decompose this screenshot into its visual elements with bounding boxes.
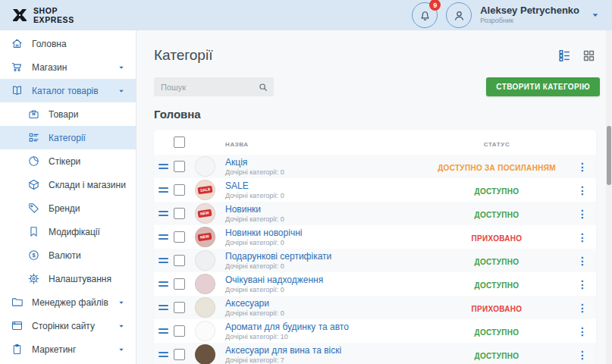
drag-handle-icon[interactable] [158, 352, 168, 357]
sidebar-item-pages[interactable]: Сторінки сайту [0, 314, 136, 337]
chevron-down-icon[interactable] [116, 62, 127, 73]
status-badge: ДОСТУПНО [475, 187, 519, 196]
row-kebab-menu-icon[interactable]: ⋮ [577, 232, 588, 243]
chevron-down-icon[interactable] [116, 86, 127, 96]
row-kebab-menu-icon[interactable]: ⋮ [577, 185, 588, 196]
category-thumbnail: SALE [195, 180, 215, 200]
drag-handle-icon[interactable] [158, 328, 168, 334]
category-name-link[interactable]: Очікувані надходження [225, 275, 419, 286]
category-thumbnail [195, 250, 215, 271]
marketing-icon [11, 343, 24, 356]
list-view-icon[interactable] [557, 49, 572, 63]
row-checkbox[interactable] [174, 325, 185, 337]
notifications-button[interactable]: 9 [412, 2, 438, 28]
row-kebab-menu-icon[interactable]: ⋮ [577, 326, 588, 337]
sidebar-item-label: Категорії [49, 133, 86, 143]
row-kebab-menu-icon[interactable]: ⋮ [577, 256, 588, 266]
table-row: АкціяДочірні категорії: 0ДОСТУПНО ЗА ПОС… [154, 155, 596, 178]
sidebar-item-tag[interactable]: Бренди [0, 196, 136, 220]
table-row: Подарункові сертифікатиДочірні категорії… [154, 249, 596, 272]
sidebar-item-folder[interactable]: Менеджер файлів [0, 290, 136, 314]
sidebar-item-label: Маркетинг [32, 344, 76, 355]
category-name-link[interactable]: SALE [225, 180, 419, 192]
products-icon [27, 108, 40, 121]
thumbnail-badge: NEW [197, 233, 212, 241]
search-icon[interactable] [258, 82, 268, 93]
drag-handle-icon[interactable] [158, 305, 168, 310]
status-badge: ПРИХОВАНО [472, 305, 523, 313]
category-name-link[interactable]: Аксесуари для вина та віскі [225, 345, 419, 356]
status-badge: ПРИХОВАНО [472, 234, 523, 243]
row-checkbox[interactable] [174, 231, 185, 243]
sidebar-item-label: Валюти [49, 250, 81, 261]
row-checkbox[interactable] [174, 208, 185, 219]
cart-icon [11, 61, 24, 74]
status-badge: ДОСТУПНО [475, 281, 519, 290]
drag-handle-icon[interactable] [158, 258, 168, 263]
page-title: Категорії [154, 47, 212, 64]
chevron-down-icon[interactable] [116, 321, 127, 331]
category-name-link[interactable]: Аромати для будинку та авто [225, 322, 419, 333]
row-kebab-menu-icon[interactable]: ⋮ [577, 279, 588, 290]
row-kebab-menu-icon[interactable]: ⋮ [577, 303, 588, 313]
category-children-count: Дочірні категорії: 10 [225, 333, 419, 341]
row-kebab-menu-icon[interactable]: ⋮ [577, 350, 588, 360]
row-checkbox[interactable] [174, 302, 185, 313]
scrollbar-track[interactable] [606, 30, 612, 364]
main-content: Категорії [137, 30, 612, 364]
search-input[interactable] [161, 83, 258, 92]
drag-handle-icon[interactable] [158, 211, 168, 216]
sidebar-item-label: Бренди [49, 203, 80, 214]
row-checkbox[interactable] [174, 349, 185, 360]
category-name-link[interactable]: Новинки новорічні [225, 228, 419, 239]
catalog-icon [11, 84, 24, 97]
sidebar-item-categories[interactable]: Категорії [0, 126, 136, 149]
user-menu[interactable]: Aleksey Petrychenko Розробник [480, 5, 579, 25]
table-row: АксесуариДочірні категорії: 0ПРИХОВАНО⋮ [154, 296, 596, 319]
chevron-down-icon[interactable] [116, 344, 127, 355]
category-name-link[interactable]: Новинки [225, 204, 419, 215]
sidebar-item-gear[interactable]: Налаштування [0, 267, 136, 290]
sidebar-item-home[interactable]: Головна [0, 32, 136, 55]
user-menu-chevron-down-icon[interactable] [589, 9, 601, 21]
select-all-checkbox[interactable] [174, 136, 185, 148]
warehouse-icon [27, 178, 40, 191]
sidebar-item-label: Каталог товарів [32, 86, 99, 96]
drag-handle-icon[interactable] [158, 164, 168, 169]
category-children-count: Дочірні категорії: 7 [225, 356, 419, 364]
create-category-button[interactable]: СТВОРИТИ КАТЕГОРІЮ [486, 77, 600, 96]
sidebar-item-warehouse[interactable]: Склади і магазини [0, 173, 136, 196]
category-children-count: Дочірні категорії: 0 [225, 215, 419, 224]
category-thumbnail [195, 321, 215, 341]
sidebar-item-catalog[interactable]: Каталог товарів [0, 79, 136, 102]
category-name-link[interactable]: Аксесуари [225, 298, 419, 309]
table-row: NEWНовинкиДочірні категорії: 0ДОСТУПНО⋮ [154, 202, 596, 225]
row-checkbox[interactable] [174, 255, 185, 266]
sidebar-item-bookmark[interactable]: Модифікації [0, 220, 136, 243]
sidebar-item-currency[interactable]: $Валюти [0, 243, 136, 267]
row-kebab-menu-icon[interactable]: ⋮ [577, 209, 588, 219]
scrollbar-thumb[interactable] [607, 126, 611, 185]
sidebar-item-cart[interactable]: Магазин [0, 55, 136, 79]
drag-handle-icon[interactable] [158, 234, 168, 240]
bell-icon [418, 8, 432, 23]
sidebar-item-marketing[interactable]: Маркетинг [0, 337, 136, 361]
svg-text:$: $ [32, 252, 36, 259]
row-checkbox[interactable] [174, 278, 185, 290]
drag-handle-icon[interactable] [158, 187, 168, 193]
category-name-link[interactable]: Подарункові сертифікати [225, 251, 419, 262]
user-avatar[interactable] [446, 2, 472, 28]
row-kebab-menu-icon[interactable]: ⋮ [577, 162, 588, 172]
row-checkbox[interactable] [174, 161, 185, 172]
sidebar-item-label: Склади і магазини [49, 180, 126, 190]
category-thumbnail: NEW [195, 203, 215, 224]
category-name-link[interactable]: Акція [225, 157, 419, 168]
chevron-down-icon[interactable] [116, 297, 127, 308]
row-checkbox[interactable] [174, 184, 185, 196]
grid-view-icon[interactable] [582, 49, 596, 63]
sidebar-item-sticker[interactable]: Стікери [0, 149, 136, 173]
drag-handle-icon[interactable] [158, 281, 168, 287]
shop-express-logo[interactable]: SHOP EXPRESS [11, 6, 74, 24]
sidebar-item-products[interactable]: Товари [0, 102, 136, 126]
table-row: SALESALEДочірні категорії: 0ДОСТУПНО⋮ [154, 178, 596, 202]
